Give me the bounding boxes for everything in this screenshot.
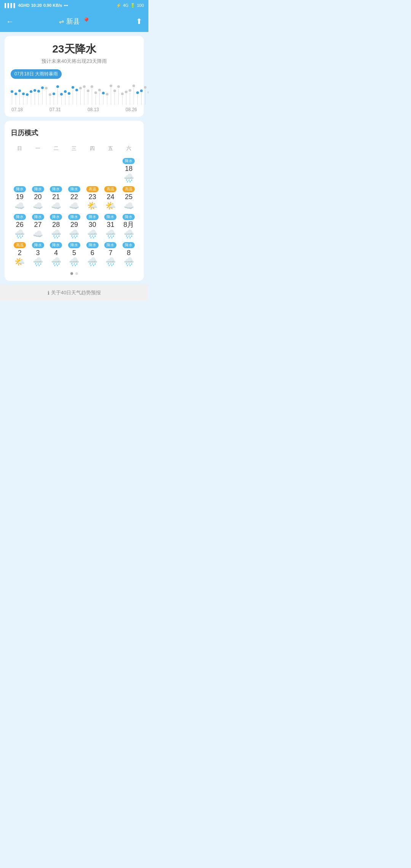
calendar-cell[interactable]: 降水26🌧️ bbox=[11, 212, 29, 241]
calendar-cell[interactable]: 降水29🌧️ bbox=[65, 212, 83, 241]
rain-dot-2 bbox=[18, 89, 21, 92]
weather-icon: 🌧️ bbox=[51, 230, 61, 238]
calendar-cell[interactable]: 降水21☁️ bbox=[47, 185, 65, 213]
dot-line bbox=[73, 89, 73, 105]
calendar-cell[interactable]: 高温25☁️ bbox=[119, 185, 138, 213]
rain-dot-14 bbox=[64, 90, 67, 93]
back-button[interactable]: ← bbox=[6, 17, 14, 26]
weekday-label: 四 bbox=[83, 144, 102, 153]
day-number: 24 bbox=[107, 193, 114, 201]
calendar-cell[interactable]: 降水30🌧️ bbox=[83, 212, 102, 241]
rain-dot-1 bbox=[14, 93, 17, 95]
dot-line bbox=[134, 88, 134, 105]
dot-col bbox=[45, 87, 48, 105]
rain-dot-8 bbox=[41, 86, 44, 89]
dot-line bbox=[118, 89, 119, 105]
weather-icon: 🌧️ bbox=[69, 258, 79, 266]
dot-line bbox=[126, 94, 127, 105]
dot-line bbox=[111, 88, 112, 105]
dots-row bbox=[11, 82, 138, 105]
day-number: 29 bbox=[70, 221, 78, 229]
rain-dot-34 bbox=[140, 89, 143, 92]
signal-icon: ▌▌▌▌ bbox=[5, 3, 16, 8]
rain-dot-3 bbox=[22, 93, 25, 95]
calendar-cell[interactable]: 降水28🌧️ bbox=[47, 212, 65, 241]
dot-line bbox=[141, 93, 142, 105]
dot-line bbox=[12, 94, 13, 105]
dot-col bbox=[79, 87, 82, 105]
rain-dot-18 bbox=[79, 87, 82, 89]
day-number: 19 bbox=[16, 193, 24, 201]
rain-dot-13 bbox=[60, 93, 63, 96]
calendar-cell[interactable]: 高温2🌤️ bbox=[11, 241, 29, 269]
weather-badge: 高温 bbox=[104, 186, 116, 192]
dot-col bbox=[91, 85, 93, 105]
rain-dot-9 bbox=[45, 87, 48, 89]
dot-col bbox=[140, 89, 143, 105]
calendar-cell[interactable]: 降水6🌧️ bbox=[83, 241, 102, 269]
calendar-cell[interactable]: 降水5🌧️ bbox=[65, 241, 83, 269]
rain-dot-21 bbox=[91, 85, 93, 88]
calendar-cell[interactable]: 高温23🌤️ bbox=[83, 185, 102, 213]
calendar-cell bbox=[11, 156, 29, 185]
city-name: 新县 bbox=[66, 17, 80, 26]
dot-col bbox=[148, 91, 148, 105]
calendar-cell[interactable]: 降水31🌧️ bbox=[102, 212, 120, 241]
calendar-cell[interactable]: 降水8月🌧️ bbox=[119, 212, 138, 241]
chart-label-4: 08.26 bbox=[126, 107, 137, 112]
dot-line bbox=[107, 96, 108, 105]
rain-dot-6 bbox=[33, 89, 36, 92]
calendar-cell[interactable]: 降水7🌧️ bbox=[102, 241, 120, 269]
rain-dot-23 bbox=[98, 89, 101, 91]
rain-dot-32 bbox=[132, 85, 135, 87]
dot-line bbox=[103, 95, 104, 105]
day-number: 25 bbox=[125, 193, 132, 201]
header-title: ⇌ 新县 📍 bbox=[59, 17, 91, 26]
day-number: 20 bbox=[34, 193, 42, 201]
dot-line bbox=[80, 90, 81, 105]
calendar-cell[interactable]: 降水20☁️ bbox=[29, 185, 47, 213]
day-number: 7 bbox=[108, 249, 112, 257]
dot-col bbox=[14, 93, 17, 105]
calendar-cell[interactable]: 降水18🌧️ bbox=[119, 156, 138, 185]
day-number: 31 bbox=[107, 221, 114, 229]
rain-dot-29 bbox=[121, 93, 124, 95]
page-dot-2[interactable] bbox=[75, 272, 78, 275]
calendar-grid: 降水18🌧️降水19☁️降水20☁️降水21☁️降水22☁️高温23🌤️高温24… bbox=[11, 156, 138, 268]
rain-chart-area: 07月18日 大雨转暴雨 07.18 07.31 08.13 08.26 bbox=[11, 69, 138, 112]
dot-col bbox=[110, 85, 112, 105]
dot-line bbox=[88, 93, 89, 105]
calendar-cell[interactable]: 高温24🌤️ bbox=[102, 185, 120, 213]
weekday-label: 五 bbox=[102, 144, 120, 153]
network-type: 4GHD bbox=[18, 3, 30, 8]
weekday-row: 日一二三四五六 bbox=[11, 144, 138, 153]
rain-dot-27 bbox=[113, 89, 116, 92]
calendar-cell[interactable]: 降水27☁️ bbox=[29, 212, 47, 241]
weather-badge: 降水 bbox=[32, 242, 44, 248]
day-number: 3 bbox=[36, 249, 40, 257]
calendar-cell[interactable]: 降水4🌧️ bbox=[47, 241, 65, 269]
rain-dot-19 bbox=[83, 85, 86, 88]
dot-col bbox=[72, 86, 74, 105]
calendar-cell[interactable]: 降水19☁️ bbox=[11, 185, 29, 213]
dot-line bbox=[46, 90, 47, 105]
header: ← ⇌ 新县 📍 ⬆ bbox=[0, 11, 148, 32]
page-dot-1[interactable] bbox=[70, 272, 73, 275]
dot-col bbox=[83, 85, 86, 105]
calendar-cell[interactable]: 降水22☁️ bbox=[65, 185, 83, 213]
dot-line bbox=[84, 89, 85, 105]
calendar-cell bbox=[65, 156, 83, 185]
calendar-cell[interactable]: 降水8🌧️ bbox=[119, 241, 138, 269]
calendar-cell[interactable]: 降水3🌧️ bbox=[29, 241, 47, 269]
calendar-card: 日历模式 日一二三四五六 降水18🌧️降水19☁️降水20☁️降水21☁️降水2… bbox=[5, 121, 144, 281]
dot-line bbox=[96, 95, 96, 105]
rain-dot-15 bbox=[68, 92, 70, 95]
dot-col bbox=[18, 89, 21, 105]
dot-col bbox=[53, 93, 55, 105]
rain-dot-12 bbox=[56, 85, 59, 88]
footer-text: 关于40日天气趋势预报 bbox=[51, 289, 101, 296]
chart-label-3: 08.13 bbox=[88, 107, 99, 112]
share-button[interactable]: ⬆ bbox=[136, 17, 142, 26]
weather-icon: 🌧️ bbox=[33, 258, 43, 266]
weather-icon: 🌧️ bbox=[51, 258, 61, 266]
